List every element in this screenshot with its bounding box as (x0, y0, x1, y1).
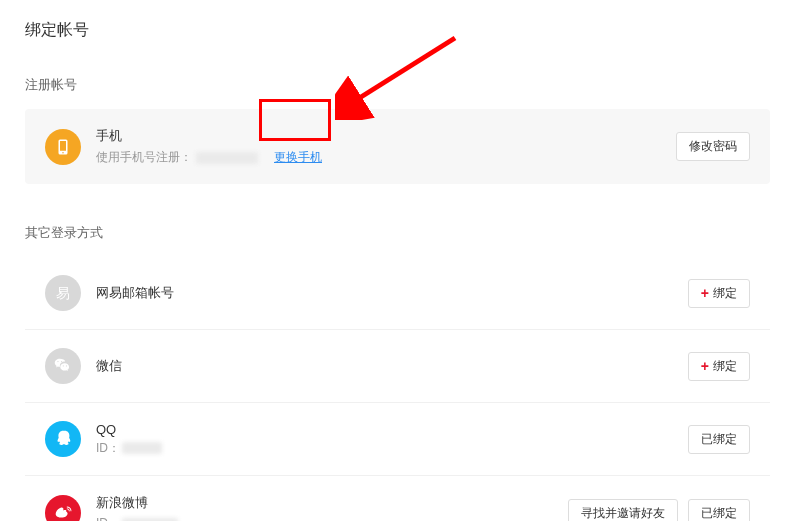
login-name: 微信 (96, 357, 688, 375)
phone-sub-prefix: 使用手机号注册： (96, 149, 192, 166)
phone-account-card: 手机 使用手机号注册： 更换手机 修改密码 (25, 109, 770, 184)
list-item: 微信 +绑定 (25, 330, 770, 403)
phone-icon (45, 129, 81, 165)
page-title: 绑定帐号 (25, 20, 770, 41)
phone-account-name: 手机 (96, 127, 676, 145)
login-sub-prefix: ID： (96, 515, 120, 521)
login-name: 网易邮箱帐号 (96, 284, 688, 302)
other-section-title: 其它登录方式 (25, 224, 770, 242)
svg-point-2 (62, 151, 64, 153)
change-phone-link[interactable]: 更换手机 (274, 149, 322, 166)
other-login-list: 易 网易邮箱帐号 +绑定 微信 +绑定 QQ ID： 已绑定 (25, 257, 770, 521)
login-name: 新浪微博 (96, 494, 568, 512)
login-name: QQ (96, 422, 688, 437)
change-password-button[interactable]: 修改密码 (676, 132, 750, 161)
wechat-icon (45, 348, 81, 384)
plus-icon: + (701, 286, 709, 300)
plus-icon: + (701, 359, 709, 373)
list-item: QQ ID： 已绑定 (25, 403, 770, 476)
id-redacted (122, 518, 178, 522)
id-redacted (122, 442, 162, 454)
bound-button[interactable]: 已绑定 (688, 425, 750, 454)
invite-friends-button[interactable]: 寻找并邀请好友 (568, 499, 678, 522)
weibo-icon (45, 495, 81, 521)
list-item: 易 网易邮箱帐号 +绑定 (25, 257, 770, 330)
login-sub-prefix: ID： (96, 440, 120, 457)
annotation-arrow (335, 30, 465, 120)
svg-text:易: 易 (56, 286, 70, 301)
list-item: 新浪微博 ID： 寻找并邀请好友 已绑定 (25, 476, 770, 521)
bound-button[interactable]: 已绑定 (688, 499, 750, 522)
bind-button[interactable]: +绑定 (688, 352, 750, 381)
phone-number-redacted (196, 152, 258, 164)
svg-rect-1 (60, 141, 66, 151)
qq-icon (45, 421, 81, 457)
bind-button[interactable]: +绑定 (688, 279, 750, 308)
netease-icon: 易 (45, 275, 81, 311)
register-section-title: 注册帐号 (25, 76, 770, 94)
